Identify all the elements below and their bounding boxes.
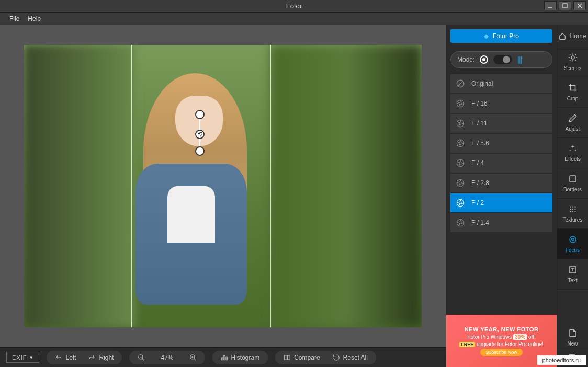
zoom-out-button[interactable]	[131, 351, 151, 364]
svg-point-39	[572, 209, 573, 210]
svg-point-42	[572, 211, 573, 212]
compare-button[interactable]: Compare	[277, 351, 326, 364]
photo[interactable]	[24, 45, 422, 327]
svg-point-41	[570, 211, 571, 212]
tool-label: Adjust	[566, 126, 580, 132]
mode-selector[interactable]: Mode: |||	[450, 51, 552, 68]
mode-radial-icon[interactable]	[480, 55, 488, 64]
compare-icon	[284, 354, 291, 361]
close-button[interactable]	[573, 1, 586, 10]
svg-point-18	[457, 100, 464, 107]
focus-option-label: F / 1.4	[471, 219, 489, 226]
texture-icon	[568, 204, 578, 215]
tool-label: Crop	[567, 96, 579, 101]
focus-icon	[568, 235, 578, 245]
histogram-button[interactable]: Histogram	[214, 351, 266, 364]
text-icon	[568, 265, 578, 276]
promo-line2: FREE upgrade for Fotor Pro online!	[450, 341, 552, 347]
svg-point-25	[571, 56, 574, 59]
mode-linear-icon[interactable]: |||	[517, 55, 522, 64]
aperture-icon	[456, 99, 465, 108]
rotate-right-button[interactable]: Right	[82, 351, 120, 364]
svg-point-35	[570, 206, 571, 207]
mode-label: Mode:	[457, 56, 474, 63]
fotor-pro-button[interactable]: ◆ Fotor Pro	[450, 29, 552, 43]
rotate-left-button[interactable]: Left	[49, 351, 82, 364]
focus-handle-top[interactable]	[195, 110, 205, 119]
svg-point-45	[571, 238, 574, 241]
exif-button[interactable]: EXIF ▾	[6, 352, 39, 363]
tool-label: Borders	[563, 187, 582, 192]
tool-scenes[interactable]: Scenes	[557, 47, 588, 77]
tool-label: New	[567, 341, 578, 347]
canvas-viewport[interactable]	[0, 25, 446, 347]
exif-label: EXIF	[12, 354, 27, 361]
focus-guide-right[interactable]	[270, 45, 271, 327]
tool-effects[interactable]: Effects	[557, 138, 588, 168]
new-icon	[568, 328, 578, 339]
svg-rect-11	[221, 358, 222, 360]
focus-option-f-11[interactable]: F / 11	[450, 114, 552, 133]
promo-subscribe-button[interactable]: Subscribe Now	[480, 349, 523, 356]
focus-option-label: Original	[471, 80, 493, 87]
tool-borders[interactable]: Borders	[557, 168, 588, 199]
focus-option-f-4[interactable]: F / 4	[450, 154, 552, 173]
bottom-toolbar: EXIF ▾ Left Right 47%	[0, 347, 446, 367]
focus-option-f-16[interactable]: F / 16	[450, 94, 552, 113]
zoom-out-icon	[138, 354, 145, 361]
mode-toggle[interactable]	[493, 55, 512, 64]
pencil-icon	[568, 113, 578, 124]
tool-new[interactable]: New	[557, 327, 588, 348]
svg-rect-34	[570, 176, 576, 182]
aperture-icon	[456, 178, 465, 188]
sun-icon	[568, 53, 578, 63]
focus-aperture-list: OriginalF / 16F / 11F / 5.6F / 4F / 2.8F…	[450, 74, 552, 232]
menu-help[interactable]: Help	[24, 15, 45, 22]
sparkle-icon	[568, 144, 578, 154]
rotate-right-icon	[88, 354, 96, 361]
svg-point-21	[457, 159, 464, 167]
svg-line-5	[142, 358, 144, 360]
crop-icon	[568, 83, 578, 94]
focus-handle-rotate[interactable]	[195, 130, 205, 139]
tool-textures[interactable]: Textures	[557, 199, 588, 229]
focus-option-f-2-8[interactable]: F / 2.8	[450, 174, 552, 192]
focus-option-label: F / 2.8	[471, 179, 489, 187]
histogram-icon	[221, 354, 228, 361]
minimize-button[interactable]	[544, 1, 557, 10]
svg-point-43	[574, 211, 575, 212]
svg-rect-13	[225, 357, 227, 360]
reset-icon	[333, 354, 340, 361]
tool-crop[interactable]: Crop	[557, 77, 588, 108]
zoom-in-icon	[189, 354, 197, 361]
focus-option-original[interactable]: Original	[450, 74, 552, 93]
svg-rect-1	[563, 4, 567, 8]
tool-adjust[interactable]: Adjust	[557, 108, 588, 138]
svg-rect-12	[223, 355, 224, 360]
focus-option-label: F / 4	[471, 159, 484, 167]
promo-headline: NEW YEAR, NEW FOTOR	[450, 326, 552, 332]
aperture-icon	[456, 158, 465, 168]
diamond-icon: ◆	[484, 32, 489, 40]
home-button[interactable]: Home	[557, 25, 588, 47]
tool-focus[interactable]: Focus	[557, 229, 588, 259]
menu-file[interactable]: File	[5, 15, 24, 22]
focus-option-f-2[interactable]: F / 2	[450, 193, 552, 212]
tool-text[interactable]: Text	[557, 259, 588, 290]
focus-option-f-5-6[interactable]: F / 5.6	[450, 134, 552, 153]
aperture-icon	[456, 119, 465, 128]
zoom-in-button[interactable]	[183, 351, 203, 364]
svg-line-17	[458, 82, 463, 86]
reset-all-button[interactable]: Reset All	[326, 351, 374, 364]
tool-sidebar: Home ScenesCropAdjustEffectsBordersTextu…	[557, 25, 588, 367]
svg-point-36	[572, 206, 573, 207]
focus-option-f-1-4[interactable]: F / 1.4	[450, 213, 552, 232]
promo-line1: Fotor Pro Windows 30% off!	[450, 334, 552, 340]
svg-point-44	[570, 236, 576, 243]
tool-label: Text	[568, 278, 577, 283]
focus-guide-left[interactable]	[131, 45, 132, 327]
svg-line-31	[575, 60, 576, 61]
aperture-icon	[456, 198, 465, 208]
right-panel: ◆ Fotor Pro Mode: ||| OriginalF / 16F / …	[446, 25, 557, 367]
maximize-button[interactable]	[559, 1, 571, 10]
